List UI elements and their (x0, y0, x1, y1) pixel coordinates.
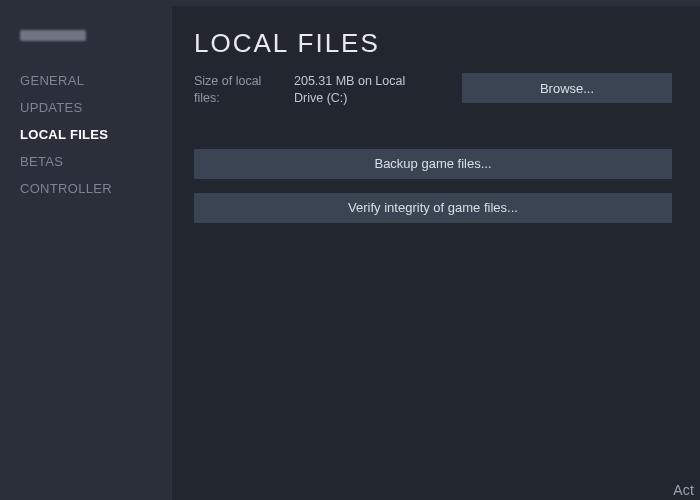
sidebar: GENERAL UPDATES LOCAL FILES BETAS CONTRO… (0, 6, 172, 500)
browse-button[interactable]: Browse... (462, 73, 672, 103)
nav-controller[interactable]: CONTROLLER (20, 175, 171, 202)
backup-button[interactable]: Backup game files... (194, 149, 672, 179)
main-panel: LOCAL FILES Size of local files: 205.31 … (172, 6, 700, 500)
size-label: Size of local files: (194, 73, 266, 107)
verify-button[interactable]: Verify integrity of game files... (194, 193, 672, 223)
game-title-placeholder (20, 30, 86, 41)
nav-local-files[interactable]: LOCAL FILES (20, 121, 171, 148)
size-value: 205.31 MB on Local Drive (C:) (294, 73, 434, 107)
page-title: LOCAL FILES (194, 28, 672, 59)
nav-updates[interactable]: UPDATES (20, 94, 171, 121)
nav-betas[interactable]: BETAS (20, 148, 171, 175)
watermark-fragment: Act (673, 482, 694, 498)
nav-general[interactable]: GENERAL (20, 67, 171, 94)
